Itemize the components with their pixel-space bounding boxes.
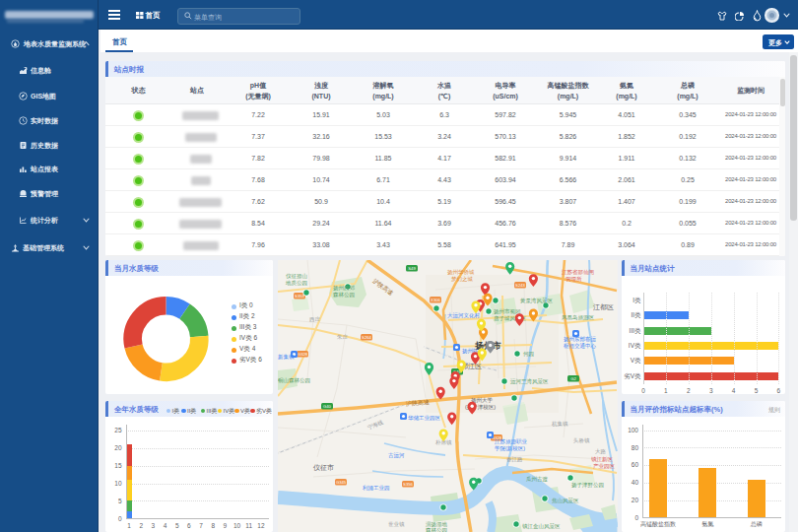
svg-text:产业园区: 产业园区	[593, 463, 616, 470]
svg-text:何园: 何园	[523, 351, 534, 358]
svg-text:江苏旅游职业: 江苏旅游职业	[495, 438, 528, 445]
svg-text:扬州西郊: 扬州西郊	[333, 285, 356, 292]
svg-text:森林公园: 森林公园	[426, 527, 447, 532]
svg-text:西庄: 西庄	[309, 316, 321, 323]
svg-text:江都区: 江都区	[593, 303, 614, 311]
svg-text:运河三湾风景区: 运河三湾风景区	[510, 378, 549, 385]
svg-text:扬州市蜀冈: 扬州市蜀冈	[494, 308, 521, 315]
svg-text:头桥镇: 头桥镇	[573, 437, 590, 443]
svg-text:瓜州古渡: 瓜州古渡	[526, 476, 549, 483]
svg-text:凤凰岛旅游区: 凤凰岛旅游区	[562, 314, 595, 321]
svg-text:江苏省邵仙闸: 江苏省邵仙闸	[562, 269, 594, 276]
svg-text:S264: S264	[362, 335, 371, 340]
svg-text:梦幻之城: 梦幻之城	[451, 276, 474, 283]
svg-text:G345: G345	[336, 480, 347, 485]
svg-text:X306: X306	[431, 298, 440, 302]
svg-text:仪征捺山: 仪征捺山	[286, 273, 307, 280]
svg-text:杭集镇: 杭集镇	[551, 421, 568, 428]
svg-text:朱庄: 朱庄	[337, 334, 349, 340]
svg-text:扬州华侨城: 扬州华侨城	[447, 269, 475, 276]
svg-text:镇江金山风景区: 镇江金山风景区	[522, 523, 561, 530]
svg-text:焦山风景区: 焦山风景区	[552, 498, 579, 503]
svg-text:世业镇: 世业镇	[388, 521, 405, 527]
svg-text:古运河: 古运河	[388, 452, 405, 459]
svg-text:G328: G328	[298, 352, 308, 357]
svg-text:S356: S356	[403, 482, 413, 487]
svg-text:利涌工业园: 利涌工业园	[363, 485, 390, 492]
svg-text:扬子津野公园: 扬子津野公园	[571, 482, 604, 489]
svg-text:G40: G40	[323, 404, 332, 409]
svg-text:S243: S243	[515, 283, 525, 288]
svg-text:仪征市: 仪征市	[313, 463, 334, 472]
svg-text:铜山森林公园: 铜山森林公园	[278, 377, 310, 384]
svg-text:华储工业园区: 华储工业园区	[408, 415, 441, 422]
svg-text:黄泵湾风景区: 黄泵湾风景区	[520, 298, 554, 304]
svg-text:S49: S49	[408, 266, 416, 271]
svg-text:新集镇: 新集镇	[278, 354, 295, 360]
svg-text:地质公园: 地质公园	[285, 280, 307, 287]
svg-text:大路: 大路	[595, 448, 607, 454]
svg-text:管理所: 管理所	[565, 276, 582, 283]
svg-text:扬州东部客运: 扬州东部客运	[564, 336, 597, 343]
svg-text:学院(新校区): 学院(新校区)	[495, 445, 525, 452]
svg-text:镇江新区: 镇江新区	[591, 456, 614, 463]
svg-text:大运河文化村: 大运河文化村	[447, 312, 481, 319]
svg-text:枢纽交通中心: 枢纽交通中心	[564, 342, 597, 349]
svg-text:春江路: 春江路	[506, 456, 523, 463]
svg-text:G2: G2	[570, 376, 576, 381]
svg-text:森林公园: 森林公园	[333, 292, 355, 299]
